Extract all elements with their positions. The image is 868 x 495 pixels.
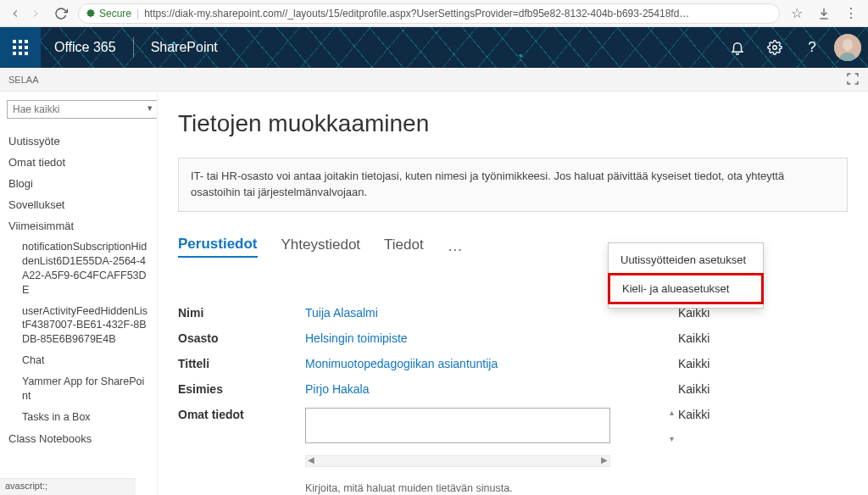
url-text: https://diak-my.sharepoint.com//_layouts… — [144, 8, 689, 19]
help-icon[interactable]: ? — [793, 27, 831, 68]
prop-vis-dept: Kaikki — [678, 331, 848, 345]
svg-point-0 — [773, 46, 777, 50]
sidebar-item-recent[interactable]: Viimeisimmät — [7, 215, 150, 236]
nav-button-group — [7, 5, 44, 22]
sidebar-item-mydetails[interactable]: Omat tiedot — [7, 152, 150, 173]
notifications-icon[interactable] — [719, 27, 756, 68]
textarea-scrollbar[interactable]: ▴▾ — [670, 408, 683, 443]
sidebar: Uutissyöte Omat tiedot Blogi Sovellukset… — [0, 92, 158, 495]
forward-button[interactable] — [27, 5, 44, 22]
prop-value-manager[interactable]: Pirjo Hakala — [305, 382, 678, 396]
browser-chrome: Secure | https://diak-my.sharepoint.com/… — [0, 0, 868, 27]
page-title: Tietojen muokkaaminen — [178, 110, 848, 137]
tabs-overflow-menu: Uutissyötteiden asetukset Kieli- ja alue… — [608, 242, 764, 309]
prop-value-title[interactable]: Monimuotopedagogiikan asiantuntija — [305, 357, 678, 370]
info-box: IT- tai HR-osasto voi antaa joitakin tie… — [178, 158, 848, 212]
prop-label-manager: Esimies — [178, 382, 305, 396]
browse-tab[interactable]: SELAA — [8, 75, 38, 85]
menu-item-newsfeed-settings[interactable]: Uutissyötteiden asetukset — [609, 247, 763, 273]
sidebar-item-classnotebooks[interactable]: Class Notebooks — [7, 428, 150, 449]
about-helper-text: Kirjoita, mitä haluat muiden tietävän si… — [305, 482, 678, 494]
sidebar-recent-item[interactable]: Tasks in a Box — [22, 407, 150, 428]
sharepoint-link[interactable]: SharePoint — [137, 40, 231, 55]
prop-label-dept: Osasto — [178, 331, 305, 345]
tab-more-icon[interactable]: … — [448, 237, 465, 255]
sidebar-item-blog[interactable]: Blogi — [7, 173, 150, 194]
ribbon: SELAA — [0, 68, 868, 92]
user-avatar[interactable] — [834, 34, 861, 61]
sidebar-recent-item[interactable]: Chat — [22, 350, 150, 371]
prop-label-name: Nimi — [178, 306, 305, 320]
tab-details[interactable]: Tiedot — [384, 236, 424, 257]
prop-vis-manager: Kaikki — [678, 382, 848, 396]
office-link[interactable]: Office 365 — [41, 40, 130, 55]
sidebar-recent-item[interactable]: userActivityFeedHiddenListF4387007-BE61-… — [22, 301, 150, 351]
tab-basic[interactable]: Perustiedot — [178, 236, 258, 258]
back-button[interactable] — [7, 5, 24, 22]
browser-menu-icon[interactable]: ⋮ — [841, 3, 861, 24]
prop-value-dept[interactable]: Helsingin toimipiste — [305, 331, 678, 345]
sidebar-recent-list: notificationSubscriptionHiddenList6D1E55… — [7, 236, 150, 428]
secure-badge: Secure — [86, 8, 131, 19]
about-me-textarea[interactable] — [305, 408, 610, 443]
prop-vis-title: Kaikki — [678, 357, 848, 370]
brand-divider — [133, 37, 134, 58]
browser-status-bar: avascript:; — [0, 478, 136, 495]
download-icon[interactable] — [814, 3, 834, 24]
suite-bar: Office 365 SharePoint ? — [0, 27, 868, 68]
prop-vis-about: Kaikki — [678, 408, 848, 443]
focus-content-icon[interactable] — [846, 72, 860, 87]
prop-label-about: Omat tiedot — [178, 408, 305, 443]
prop-label-title: Titteli — [178, 357, 305, 370]
sidebar-item-newsfeed[interactable]: Uutissyöte — [7, 131, 150, 152]
content-area: Uutissyöte Omat tiedot Blogi Sovellukset… — [0, 92, 868, 495]
main-content: Tietojen muokkaaminen IT- tai HR-osasto … — [158, 92, 868, 495]
reload-button[interactable] — [51, 3, 71, 24]
menu-item-language-settings[interactable]: Kieli- ja alueasetukset — [608, 273, 764, 304]
search-row — [7, 100, 150, 119]
search-input[interactable] — [7, 100, 158, 119]
address-bar[interactable]: Secure | https://diak-my.sharepoint.com/… — [78, 3, 780, 24]
secure-label: Secure — [99, 8, 131, 19]
sidebar-item-apps[interactable]: Sovellukset — [7, 194, 150, 215]
waffle-icon — [13, 40, 28, 55]
tab-contact[interactable]: Yhteystiedot — [281, 236, 361, 257]
sidebar-recent-item[interactable]: Yammer App for SharePoint — [22, 371, 150, 407]
textarea-hscroll[interactable] — [305, 455, 610, 467]
svg-point-2 — [843, 39, 853, 51]
profile-properties: Kuka voi nähdä? Nimi Tuija Alasalmi Kaik… — [178, 281, 848, 494]
bookmark-star-icon[interactable]: ☆ — [787, 3, 807, 24]
app-launcher-button[interactable] — [0, 27, 41, 68]
settings-gear-icon[interactable] — [756, 27, 793, 68]
sidebar-recent-item[interactable]: notificationSubscriptionHiddenList6D1E55… — [22, 236, 150, 301]
